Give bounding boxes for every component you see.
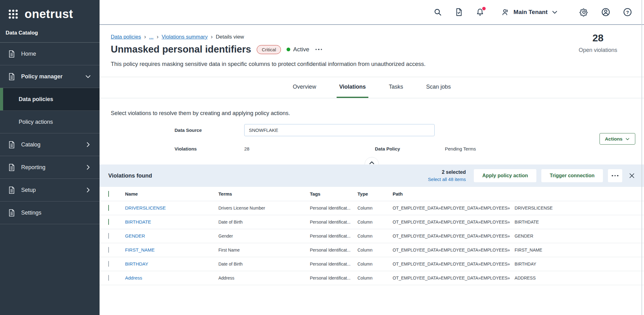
path-prefix: OT_EMPLOYEE_DATA»EMPLOYEE_DATA»EMPLOYEES…	[393, 262, 510, 266]
type-cell: Column	[357, 220, 393, 225]
search-icon[interactable]	[433, 8, 442, 16]
app-name: Data Catalog	[0, 25, 100, 43]
breadcrumb-item[interactable]: Data policies	[111, 34, 141, 40]
sidebar-item-policy-manager[interactable]: Policy manager	[0, 65, 100, 88]
sidebar-item-home[interactable]: Home	[0, 43, 100, 65]
tenant-people-icon	[501, 8, 510, 16]
document-icon	[7, 50, 16, 58]
account-icon[interactable]	[601, 7, 610, 17]
terms-cell: Gender	[218, 234, 310, 239]
trigger-connection-button[interactable]: Trigger connection	[541, 169, 603, 182]
path-leaf: GENDER	[515, 234, 533, 239]
data-policy-label: Data Policy	[375, 146, 445, 151]
row-checkbox[interactable]	[108, 261, 109, 267]
tenant-label: Main Tenant	[514, 9, 548, 16]
violations-found-title: Violations found	[108, 173, 152, 179]
path-cell: OT_EMPLOYEE_DATA»EMPLOYEE_DATA»EMPLOYEES…	[393, 206, 644, 211]
tab-overview[interactable]: Overview	[290, 77, 319, 98]
sidebar-item-reporting[interactable]: Reporting	[0, 156, 100, 179]
violation-name-link[interactable]: BIRTHDAY	[125, 261, 148, 266]
chevron-right-icon	[85, 164, 91, 171]
sidebar-item-setup[interactable]: Setup	[0, 179, 100, 202]
tab-tasks[interactable]: Tasks	[386, 77, 406, 98]
apply-policy-action-button[interactable]: Apply policy action	[474, 169, 536, 182]
column-header-tags: Tags	[310, 191, 357, 197]
violation-name-link[interactable]: GENDER	[125, 233, 145, 239]
table-row: DRIVERSLICENSEDrivers License NumberPers…	[100, 201, 644, 215]
violation-name-link[interactable]: Address	[125, 275, 142, 280]
select-all-checkbox[interactable]	[108, 191, 109, 197]
violations-value: 28	[244, 146, 375, 151]
row-checkbox[interactable]	[108, 205, 109, 211]
settings-gear-icon[interactable]	[579, 7, 589, 17]
breadcrumb: Data policies›...›Violations summary›Det…	[111, 34, 566, 40]
tenant-switcher[interactable]: Main Tenant	[501, 8, 558, 16]
violation-name-link[interactable]: BIRTHDATE	[125, 219, 151, 225]
column-header-path: Path	[393, 191, 644, 197]
sidebar-item-label: Policy actions	[19, 119, 53, 125]
close-icon[interactable]	[627, 171, 637, 180]
main-area: Main Tenant ? Data policies›...›Violatio…	[100, 0, 644, 315]
row-checkbox[interactable]	[108, 247, 109, 253]
path-leaf: ADDRESS	[515, 276, 536, 280]
page-header: Data policies›...›Violations summary›Det…	[100, 25, 644, 67]
document-icon	[7, 186, 16, 194]
tab-violations[interactable]: Violations	[337, 77, 368, 98]
breadcrumb-separator: ›	[211, 34, 213, 40]
path-cell: OT_EMPLOYEE_DATA»EMPLOYEE_DATA»EMPLOYEES…	[393, 220, 644, 225]
path-prefix: OT_EMPLOYEE_DATA»EMPLOYEE_DATA»EMPLOYEES…	[393, 276, 510, 280]
breadcrumb-item[interactable]: ...	[149, 34, 153, 40]
sidebar-item-settings[interactable]: Settings	[0, 202, 100, 224]
sidebar-item-label: Settings	[21, 210, 41, 216]
tags-cell: Personal Identificat...	[310, 234, 357, 239]
path-cell: OT_EMPLOYEE_DATA»EMPLOYEE_DATA»EMPLOYEES…	[393, 234, 644, 239]
terms-cell: Date of Birth	[218, 220, 310, 225]
breadcrumb-item[interactable]: Violations summary	[162, 34, 208, 40]
path-cell: OT_EMPLOYEE_DATA»EMPLOYEE_DATA»EMPLOYEES…	[393, 276, 644, 280]
document-check-icon[interactable]	[455, 8, 463, 16]
data-policy-value: Pending Terms	[445, 146, 476, 151]
sidebar-item-policy-actions[interactable]: Policy actions	[0, 111, 100, 133]
help-icon[interactable]: ?	[623, 7, 632, 17]
panel-more-menu-icon[interactable]	[608, 169, 622, 182]
table-row: AddressAddressPersonal Identificat...Col…	[100, 271, 644, 285]
terms-cell: Date of Birth	[218, 262, 310, 266]
open-violations-count: 28	[570, 32, 626, 44]
column-header-type: Type	[357, 191, 393, 197]
path-prefix: OT_EMPLOYEE_DATA»EMPLOYEE_DATA»EMPLOYEES…	[393, 234, 510, 239]
open-violations-stat: 28 Open violations	[570, 32, 626, 53]
row-checkbox[interactable]	[108, 219, 109, 225]
breadcrumb-separator: ›	[144, 34, 146, 40]
violations-panel: Violations found 2 selected Select all 4…	[100, 164, 644, 285]
select-all-link[interactable]: Select all 48 items	[428, 177, 466, 182]
title-more-menu-icon[interactable]	[315, 47, 323, 52]
instruction-text: Select violations to resolve them by cre…	[111, 110, 644, 117]
actions-button[interactable]: Actions	[600, 133, 635, 145]
actions-button-label: Actions	[605, 136, 623, 142]
violation-name-link[interactable]: DRIVERSLICENSE	[125, 205, 166, 211]
notifications-bell-icon[interactable]	[476, 8, 484, 16]
scrollbar-track[interactable]	[642, 0, 642, 315]
top-bar: Main Tenant ?	[100, 0, 644, 25]
path-leaf: FIRST_NAME	[515, 248, 542, 252]
path-prefix: OT_EMPLOYEE_DATA»EMPLOYEE_DATA»EMPLOYEES…	[393, 206, 510, 211]
status-label: Active	[293, 46, 309, 53]
column-header-terms: Terms	[218, 191, 310, 197]
data-source-input[interactable]	[244, 124, 435, 136]
severity-badge: Critical	[257, 45, 281, 54]
tags-cell: Personal Identificat...	[310, 220, 357, 225]
tags-cell: Personal Identificat...	[310, 276, 357, 280]
tabs-bar: OverviewViolationsTasksScan jobs	[100, 77, 644, 98]
row-checkbox[interactable]	[108, 233, 109, 239]
tab-scan-jobs[interactable]: Scan jobs	[424, 77, 453, 98]
sidebar-item-data-policies[interactable]: Data policies	[0, 88, 100, 111]
selected-count: 2 selected	[428, 169, 466, 175]
policy-description: This policy requires masking sensitive d…	[111, 61, 566, 67]
row-checkbox[interactable]	[108, 275, 109, 281]
violation-name-link[interactable]: FIRST_NAME	[125, 247, 155, 252]
sidebar-item-catalog[interactable]: Catalog	[0, 133, 100, 156]
data-source-label: Data Source	[175, 127, 244, 133]
column-header-name: Name	[125, 191, 218, 197]
sidebar-item-label: Catalog	[21, 141, 40, 148]
type-cell: Column	[357, 262, 393, 266]
